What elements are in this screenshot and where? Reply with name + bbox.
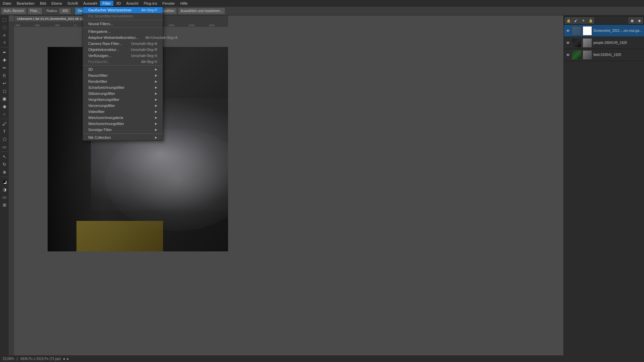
menubar-item-schrift[interactable]: Schrift — [65, 1, 80, 6]
tool-separator-4 — [1, 177, 8, 177]
tool-eyedropper[interactable]: ✒ — [1, 49, 8, 56]
menu-sep-2 — [83, 27, 163, 28]
tool-lasso[interactable]: ◌ — [1, 23, 8, 31]
tool-magic-wand[interactable]: ⍟ — [1, 31, 8, 39]
menubar-item-ansicht[interactable]: Ansicht — [123, 1, 141, 6]
menu-weichzeichnungsfilter[interactable]: Weichzeichnungsfilter ▶ — [83, 121, 163, 127]
options-aufn-btn[interactable]: Aufn.-Bereich — [1, 8, 26, 14]
menu-fuer-smartfilter: Für Smartfilter konvertieren — [83, 13, 163, 19]
tool-quickmask[interactable]: ◑ — [1, 186, 8, 193]
tool-3d[interactable]: ↻ — [1, 161, 8, 168]
tool-extras[interactable]: ⊞ — [1, 201, 8, 208]
tool-dodge[interactable]: ○ — [1, 110, 8, 118]
menu-stilisierungsfilter[interactable]: Stilisierungsfilter ▶ — [83, 90, 163, 97]
menubar-item-bild[interactable]: Bild — [37, 1, 49, 6]
menu-adaptive-weitwinkel[interactable]: Adaptive Weitwinkelkorrektur... Alt+Umsc… — [83, 35, 163, 41]
right-panel: Ebenen Kanäle Pfade 3D Normal Deckkraft:… — [564, 0, 644, 362]
menu-sonstige-filter[interactable]: Sonstige Filter ▶ — [83, 127, 163, 133]
layer-mask-thumb-2 — [583, 38, 592, 48]
layer-thumb-1 — [572, 26, 581, 36]
layer-name-3: field-533541_1920 — [593, 53, 643, 57]
tool-select[interactable]: ↖ — [1, 153, 8, 160]
menubar-item-filter[interactable]: Filter — [100, 1, 113, 6]
layer-mask-thumb-3 — [583, 50, 592, 60]
menu-weichzeichnergalerie[interactable]: Weichzeichnergalerie ▶ — [83, 115, 163, 121]
tool-path-select[interactable]: ⬡ — [1, 135, 8, 143]
tool-marquee[interactable]: ⬚ — [1, 16, 8, 23]
layer-name-2: people-2604149_1920 — [593, 41, 643, 45]
filter-dropdown-menu: Gaußscher Weichzeichner Alt+Strg+F Für S… — [83, 7, 163, 141]
menu-verzerrungsfilter[interactable]: Verzerrungsfilter ▶ — [83, 103, 163, 109]
tool-history-brush[interactable]: ↩ — [1, 79, 8, 87]
tool-screenmode[interactable]: ▭ — [1, 193, 8, 201]
layer-eye-1[interactable]: 👁 — [565, 28, 571, 34]
menu-nik-collection[interactable]: Nik Collection ▶ — [83, 134, 163, 140]
menu-videofilter[interactable]: Videofilter ▶ — [83, 109, 163, 115]
menu-fluchtpunkt: Fluchtpunkt... Alt+Strg+V — [83, 59, 163, 65]
canvas-ground-element — [76, 221, 163, 252]
menubar-item-ebene[interactable]: Ebene — [49, 1, 65, 6]
toolbar-left: ✥ ⬚ ◌ ⍟ ⌗ ✒ ✚ ✏ ⎘ ↩ ◻ ▣ ◉ ○ 🖊 T ⬡ ▭ ↖ ↻ … — [0, 7, 9, 355]
tool-crop[interactable]: ⌗ — [1, 39, 8, 46]
menubar-item-auswahl[interactable]: Auswahl — [80, 1, 100, 6]
layer-lock-transparent-btn[interactable]: 🔒 — [565, 17, 572, 23]
options-radius-label: Radius: — [47, 9, 58, 13]
layer-item-field[interactable]: 👁 field-533541_1920 — [564, 49, 644, 61]
layer-item-screenshot[interactable]: 👁 Screenshot_2021-...om.mui.gallery — [564, 25, 644, 37]
menu-camera-raw[interactable]: Camera Raw-Filter... Umschalt+Strg+A — [83, 41, 163, 47]
status-arrows[interactable]: ◄ ► — [62, 357, 70, 361]
menu-gausscher-weichzeichner[interactable]: Gaußscher Weichzeichner Alt+Strg+F — [83, 7, 163, 13]
options-separator-2 — [73, 8, 73, 14]
options-pfad-btn[interactable]: Pfad... — [28, 8, 42, 14]
tool-eraser[interactable]: ◻ — [1, 87, 8, 95]
tool-pen[interactable]: 🖊 — [1, 120, 8, 127]
menu-vergroeberungsfilter[interactable]: Vergröberungsfilter ▶ — [83, 97, 163, 103]
layer-thumb-3 — [572, 50, 581, 60]
tool-foreground-color[interactable]: ■ — [1, 178, 8, 185]
layer-lock-paint-btn[interactable]: 🖌 — [573, 17, 579, 23]
menu-sep-3 — [83, 65, 163, 66]
menu-3d[interactable]: 3D ▶ — [83, 66, 163, 72]
layer-name-1: Screenshot_2021-...om.mui.gallery — [593, 29, 643, 33]
layer-mask-thumb-1 — [583, 26, 592, 36]
layer-item-people[interactable]: 👁 people-2604149_1920 — [564, 37, 644, 49]
status-bar: 23,08% | 4936 Px x 3319 Px (72 ppi) ◄ ► — [0, 355, 644, 362]
layer-lock-all-btn[interactable]: 🔒 — [587, 17, 594, 23]
menu-rauschfilter[interactable]: Rauschfilter ▶ — [83, 72, 163, 78]
tool-zoom[interactable]: ⊕ — [1, 168, 8, 176]
layers-list: 👁 Screenshot_2021-...om.mui.gallery 👁 pe… — [564, 25, 644, 61]
tool-separator-1 — [1, 47, 8, 48]
tool-brush[interactable]: ✏ — [1, 64, 8, 71]
menubar-item-datei[interactable]: Datei — [0, 1, 14, 6]
layer-lock-position-btn[interactable]: ✛ — [580, 17, 587, 23]
ruler-vertical — [9, 21, 14, 355]
status-dimensions: 4936 Px x 3319 Px (72 ppi) — [20, 357, 61, 361]
menu-neural-filters[interactable]: Neural Filters... — [83, 21, 163, 27]
menu-objektivkorrektur[interactable]: Objektivkorrektur... Umschalt+Strg+R — [83, 47, 163, 53]
tool-healing[interactable]: ✚ — [1, 56, 8, 64]
tool-gradient[interactable]: ▣ — [1, 95, 8, 102]
tool-clone[interactable]: ⎘ — [1, 72, 8, 79]
tool-blur[interactable]: ◉ — [1, 103, 8, 110]
tool-shape[interactable]: ▭ — [1, 143, 8, 150]
layer-eye-2[interactable]: 👁 — [565, 40, 571, 46]
menu-sep-1 — [83, 20, 163, 20]
options-radius-input[interactable] — [59, 8, 71, 14]
menubar-item-3d[interactable]: 3D — [113, 1, 123, 6]
menubar-item-fenster[interactable]: Fenster — [160, 1, 177, 6]
menu-scharfzeichnungsfilter[interactable]: Scharfzeichnungsfilter ▶ — [83, 84, 163, 90]
menu-renderfilter[interactable]: Renderfilter ▶ — [83, 78, 163, 84]
menu-verfluessigen[interactable]: Verflüssigen... Umschalt+Strg+X — [83, 53, 163, 59]
layer-thumb-2 — [572, 38, 581, 48]
menubar-item-bearbeiten[interactable]: Bearbeiten — [14, 1, 37, 6]
status-zoom: 23,08% — [3, 357, 14, 361]
layer-opacity-btn[interactable]: ◉ — [636, 17, 643, 23]
options-auswahl-btn[interactable]: Auswählen und maskieren... — [178, 8, 225, 14]
menubar-item-hilfe[interactable]: Hilfe — [177, 1, 190, 6]
menubar-item-plugins[interactable]: Plug-ins — [141, 1, 160, 6]
menu-filtergalerie[interactable]: Filtergalerie... — [83, 28, 163, 35]
options-separator-1 — [44, 8, 45, 14]
layer-fill-btn[interactable]: ▣ — [629, 17, 635, 23]
tool-text[interactable]: T — [1, 128, 8, 135]
layer-eye-3[interactable]: 👁 — [565, 52, 571, 58]
